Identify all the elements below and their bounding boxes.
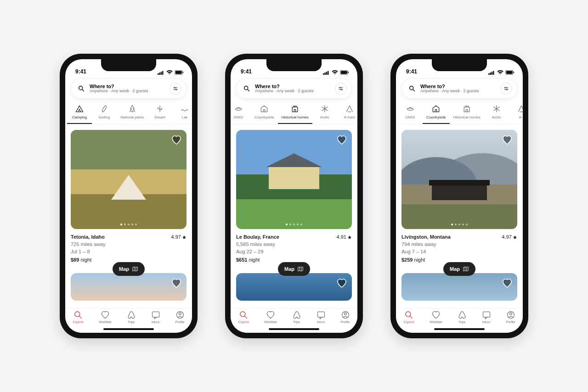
listing-image[interactable]: [236, 130, 352, 229]
user-icon: [341, 310, 350, 319]
listing-distance: 5,585 miles away: [236, 241, 352, 248]
svg-point-12: [175, 89, 177, 90]
nav-profile[interactable]: Profile: [341, 310, 350, 333]
svg-point-37: [344, 313, 346, 315]
nav-profile[interactable]: Profile: [175, 310, 185, 333]
svg-line-34: [245, 316, 247, 319]
map-button[interactable]: Map: [278, 262, 310, 276]
category-a-frames[interactable]: A-fram: [337, 102, 357, 124]
sliders-icon: [503, 86, 509, 91]
next-listing-peek[interactable]: [236, 273, 352, 301]
filter-button[interactable]: [170, 83, 181, 95]
listing-image[interactable]: [71, 130, 187, 229]
water-icon: [180, 104, 189, 113]
category-historical-homes[interactable]: Historical homes: [278, 102, 312, 124]
category-label: A-f: [519, 115, 523, 119]
category-national-parks[interactable]: National parks: [117, 102, 147, 124]
category-tabs: Camping Surfing National parks Desert La…: [65, 101, 192, 124]
category-omg[interactable]: OMG!: [231, 102, 251, 124]
svg-point-31: [341, 89, 342, 90]
wifi-icon: [332, 70, 338, 75]
svg-rect-20: [324, 73, 326, 75]
category-label: OMG!: [405, 115, 415, 119]
category-a-frames[interactable]: A-f: [509, 102, 523, 124]
nav-profile[interactable]: Profile: [506, 310, 515, 333]
svg-rect-0: [158, 73, 159, 75]
filter-button[interactable]: [335, 83, 347, 95]
svg-point-13: [102, 105, 107, 112]
listings-scroll[interactable]: Tetonia, Idaho 4.97 725 miles away Jul 1…: [65, 124, 192, 308]
surfboard-icon: [100, 104, 109, 113]
heart-icon: [266, 310, 275, 319]
category-desert[interactable]: Desert: [147, 102, 172, 124]
category-historical-homes[interactable]: Historical homes: [450, 102, 484, 124]
category-tabs: OMG! Countryside Historical homes Arctic…: [231, 101, 357, 124]
category-label: Countryside: [254, 115, 274, 119]
category-label: Arctic: [320, 115, 329, 119]
wishlist-heart-button[interactable]: [502, 134, 513, 146]
svg-point-51: [407, 108, 413, 110]
status-time: 9:41: [75, 68, 86, 75]
category-label: National parks: [120, 115, 144, 119]
nav-explore[interactable]: Explore: [73, 310, 84, 333]
svg-rect-24: [341, 71, 347, 74]
svg-point-48: [505, 87, 506, 89]
category-countryside[interactable]: Countryside: [423, 102, 450, 124]
wishlist-heart-button[interactable]: [336, 134, 347, 146]
wishlist-heart-button[interactable]: [336, 278, 347, 289]
listings-scroll[interactable]: Livingston, Montana 4.97 794 miles away …: [396, 124, 523, 308]
listing-dates: Aug 7 – 14: [401, 248, 517, 256]
category-label: Camping: [72, 115, 87, 119]
category-omg[interactable]: OMG!: [398, 102, 423, 124]
category-arctic[interactable]: Arctic: [312, 102, 337, 124]
nav-explore[interactable]: Explore: [403, 310, 414, 333]
castle-icon: [290, 104, 300, 113]
filter-button[interactable]: [500, 83, 512, 95]
battery-icon: [340, 70, 349, 75]
tent-icon: [75, 104, 84, 113]
search-bar[interactable]: Where to? Anywhere · Any week · 2 guests: [401, 78, 517, 99]
category-surfing[interactable]: Surfing: [92, 102, 117, 124]
category-lake[interactable]: Lak: [172, 102, 192, 124]
svg-point-56: [509, 313, 512, 315]
category-label: A-fram: [344, 115, 355, 119]
search-bar[interactable]: Where to? Anywhere · Any week · 2 guests: [71, 78, 187, 99]
category-label: OMG!: [233, 115, 243, 119]
wishlist-heart-button[interactable]: [502, 278, 513, 289]
heart-icon: [431, 310, 441, 319]
svg-rect-39: [490, 73, 491, 75]
wifi-icon: [166, 70, 173, 75]
search-icon: [78, 85, 85, 92]
home-indicator: [103, 328, 154, 330]
listing-title: Tetonia, Idaho: [71, 234, 105, 241]
listing-meta: Le Boulay, France 4.91 5,585 miles away …: [236, 229, 352, 264]
svg-rect-25: [348, 72, 349, 73]
search-bar[interactable]: Where to? Anywhere · Any week · 2 guests: [236, 78, 352, 99]
category-countryside[interactable]: Countryside: [251, 102, 278, 124]
map-button[interactable]: Map: [443, 262, 475, 276]
search-subtitle: Anywhere · Any week · 2 guests: [90, 89, 165, 94]
category-camping[interactable]: Camping: [67, 102, 92, 124]
listings-scroll[interactable]: Le Boulay, France 4.91 5,585 miles away …: [231, 124, 357, 308]
svg-rect-3: [162, 71, 164, 75]
svg-rect-22: [328, 71, 329, 75]
next-listing-peek[interactable]: [71, 273, 187, 301]
nav-explore[interactable]: Explore: [238, 310, 249, 333]
listing-meta: Tetonia, Idaho 4.97 725 miles away Jul 1…: [71, 229, 187, 264]
home-indicator: [434, 328, 485, 330]
svg-rect-5: [175, 71, 181, 74]
category-arctic[interactable]: Arctic: [484, 102, 509, 124]
category-label: Countryside: [426, 115, 446, 119]
wishlist-heart-button[interactable]: [171, 134, 182, 146]
next-listing-peek[interactable]: [401, 273, 517, 301]
castle-icon: [462, 104, 471, 113]
map-button[interactable]: Map: [113, 262, 145, 276]
wishlist-heart-button[interactable]: [171, 278, 182, 289]
listing-distance: 725 miles away: [71, 241, 187, 248]
svg-line-46: [413, 90, 414, 91]
listing-image[interactable]: [401, 130, 517, 229]
cactus-icon: [155, 104, 164, 113]
image-pagination-dots: [286, 224, 302, 225]
a-frame-icon: [517, 104, 523, 113]
svg-rect-54: [483, 312, 490, 317]
